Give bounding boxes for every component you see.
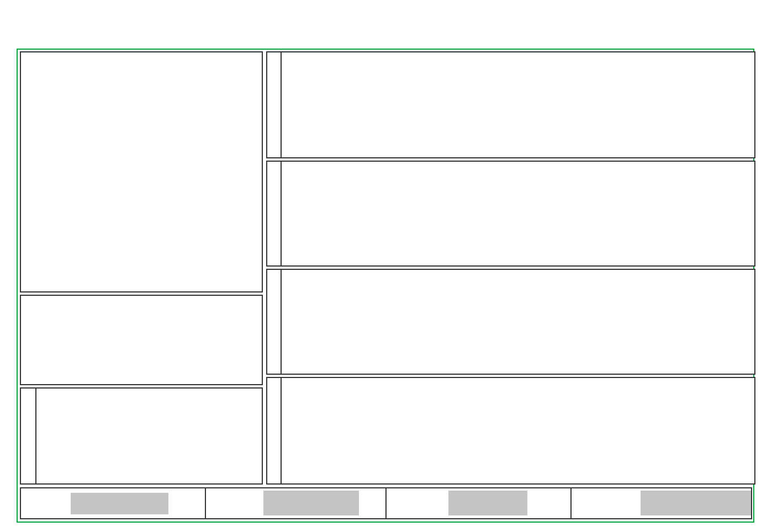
- vortrieb-panel-label: [21, 389, 36, 483]
- report-page: [0, 0, 772, 532]
- logo-redacted: [71, 493, 168, 514]
- quer-panel-label: [267, 52, 282, 157]
- station-panel-box: [266, 269, 755, 375]
- profile-point-labels: [20, 51, 263, 292]
- hoehe-panel-label: [267, 162, 282, 265]
- station-panel-label: [267, 270, 282, 374]
- rad-panel-label: [267, 378, 282, 483]
- projekt-value-redacted: [263, 491, 359, 515]
- footer-divider-3: [570, 487, 572, 519]
- footer-divider-1: [205, 487, 206, 519]
- querschnitt-value-redacted: [641, 491, 751, 515]
- quer-panel-box: [266, 51, 755, 158]
- alarm-values-box: [20, 295, 263, 385]
- hoehe-panel-box: [266, 161, 755, 267]
- rad-panel-box: [266, 377, 755, 485]
- abschnitt-value-redacted: [448, 491, 527, 515]
- vortrieb-section-box: [20, 387, 263, 485]
- footer-divider-2: [385, 487, 387, 519]
